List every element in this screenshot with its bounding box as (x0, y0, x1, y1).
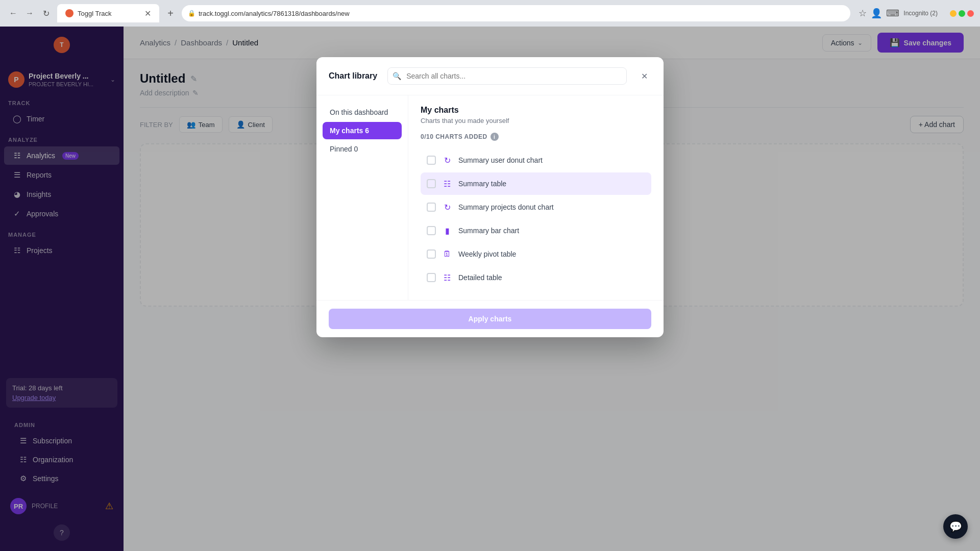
chart-label-2: Summary table (458, 180, 506, 188)
chart-item-2[interactable]: ☷ Summary table (421, 172, 651, 195)
chart-checkbox-4[interactable] (427, 226, 436, 235)
info-icon[interactable]: i (491, 133, 499, 141)
lock-icon: 🔒 (188, 10, 195, 17)
extensions-icon[interactable]: ⌨ (886, 8, 899, 19)
back-button[interactable]: ← (6, 6, 20, 20)
chat-icon: 💬 (949, 520, 962, 533)
modal-nav: On this dashboard My charts 6 Pinned 0 (316, 95, 408, 300)
chart-checkbox-3[interactable] (427, 203, 436, 212)
chat-bubble-button[interactable]: 💬 (943, 514, 968, 539)
charts-count-text: 0/10 CHARTS ADDED (421, 133, 487, 140)
chart-library-modal: Chart library 🔍 ✕ On this dashboard My c… (316, 57, 664, 337)
modal-header: Chart library 🔍 ✕ (316, 57, 664, 95)
incognito-label: Incognito (2) (903, 10, 938, 17)
chart-checkbox-6[interactable] (427, 273, 436, 282)
chart-checkbox-5[interactable] (427, 249, 436, 259)
modal-section-title: My charts (421, 106, 651, 115)
window-minimize[interactable] (950, 10, 957, 17)
chart-item-1[interactable]: ↻ Summary user donut chart (421, 149, 651, 171)
tab-title: Toggl Track (78, 10, 111, 17)
url-text: track.toggl.com/analytics/7861318/dashbo… (199, 10, 350, 17)
tab-favicon (65, 9, 74, 17)
apply-label: Apply charts (469, 315, 512, 323)
chart-label-3: Summary projects donut chart (458, 203, 554, 211)
chart-label-6: Detailed table (458, 273, 502, 282)
modal-nav-my-charts[interactable]: My charts 6 (323, 122, 402, 139)
modal-body: On this dashboard My charts 6 Pinned 0 M… (316, 95, 664, 300)
my-charts-label: My charts 6 (330, 127, 369, 135)
bar-chart-icon-4: ▮ (442, 226, 452, 236)
chart-item-6[interactable]: ☷ Detailed table (421, 266, 651, 289)
address-bar[interactable]: 🔒 track.toggl.com/analytics/7861318/dash… (182, 5, 850, 21)
chart-label-4: Summary bar chart (458, 227, 519, 235)
chart-checkbox-2[interactable] (427, 179, 436, 188)
window-close[interactable] (967, 10, 974, 17)
modal-close-button[interactable]: ✕ (637, 69, 651, 83)
table-chart-icon-2: ☷ (442, 179, 452, 189)
modal-search-wrap: 🔍 (387, 67, 627, 85)
browser-tab[interactable]: Toggl Track ✕ (57, 4, 159, 22)
apply-charts-button[interactable]: Apply charts (329, 309, 651, 329)
chart-checkbox-1[interactable] (427, 156, 436, 165)
modal-overlay[interactable]: Chart library 🔍 ✕ On this dashboard My c… (0, 27, 980, 551)
pivot-chart-icon-5: 🗓 (442, 249, 452, 259)
donut-chart-icon-1: ↻ (442, 155, 452, 165)
chart-item-3[interactable]: ↻ Summary projects donut chart (421, 196, 651, 218)
forward-button[interactable]: → (22, 6, 37, 20)
modal-nav-pinned[interactable]: Pinned 0 (323, 140, 402, 158)
on-dashboard-label: On this dashboard (330, 108, 388, 116)
charts-count: 0/10 CHARTS ADDED i (421, 133, 651, 141)
refresh-button[interactable]: ↻ (39, 6, 53, 20)
chart-item-4[interactable]: ▮ Summary bar chart (421, 219, 651, 242)
profile-icon[interactable]: 👤 (871, 8, 882, 19)
modal-chart-list: My charts Charts that you made yourself … (408, 95, 664, 300)
search-icon: 🔍 (393, 72, 401, 80)
tab-close-button[interactable]: ✕ (144, 9, 151, 18)
modal-nav-on-dashboard[interactable]: On this dashboard (323, 104, 402, 121)
browser-chrome: ← → ↻ Toggl Track ✕ + 🔒 track.toggl.com/… (0, 0, 980, 27)
modal-search-area: 🔍 (387, 67, 627, 85)
modal-section-sub: Charts that you made yourself (421, 117, 651, 124)
chart-item-5[interactable]: 🗓 Weekly pivot table (421, 243, 651, 265)
bookmark-icon[interactable]: ☆ (859, 8, 867, 19)
window-maximize[interactable] (959, 10, 965, 17)
table-chart-icon-6: ☷ (442, 272, 452, 283)
modal-footer: Apply charts (316, 300, 664, 337)
modal-title: Chart library (329, 71, 377, 81)
pinned-label: Pinned 0 (330, 145, 358, 153)
donut-chart-icon-3: ↻ (442, 202, 452, 212)
chart-label-5: Weekly pivot table (458, 250, 516, 258)
modal-search-input[interactable] (387, 67, 627, 85)
new-tab-button[interactable]: + (163, 6, 178, 20)
chart-label-1: Summary user donut chart (458, 156, 543, 164)
